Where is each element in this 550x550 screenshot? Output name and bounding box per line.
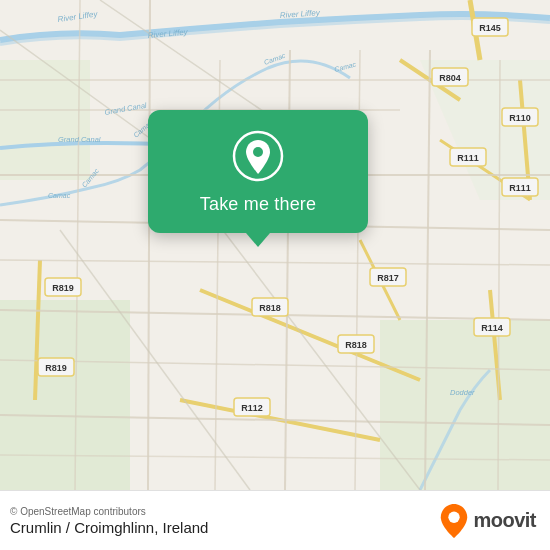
svg-text:R111: R111 bbox=[457, 153, 479, 163]
svg-rect-2 bbox=[380, 320, 550, 490]
svg-text:Grand Canal: Grand Canal bbox=[58, 135, 101, 144]
svg-rect-3 bbox=[0, 60, 90, 180]
bottom-bar: © OpenStreetMap contributors Crumlin / C… bbox=[0, 490, 550, 550]
svg-text:R818: R818 bbox=[345, 340, 367, 350]
svg-text:R817: R817 bbox=[377, 273, 399, 283]
svg-text:R110: R110 bbox=[509, 113, 531, 123]
svg-rect-1 bbox=[0, 300, 130, 490]
svg-text:R819: R819 bbox=[52, 283, 74, 293]
location-title: Crumlin / Croimghlinn, Ireland bbox=[10, 519, 208, 536]
moovit-pin-icon bbox=[440, 504, 468, 538]
location-pin-icon bbox=[232, 130, 284, 182]
svg-text:R114: R114 bbox=[481, 323, 503, 333]
moovit-logo: moovit bbox=[440, 504, 536, 538]
svg-text:R112: R112 bbox=[241, 403, 263, 413]
svg-text:R819: R819 bbox=[45, 363, 67, 373]
svg-point-71 bbox=[449, 511, 460, 522]
svg-point-70 bbox=[253, 147, 263, 157]
svg-text:R145: R145 bbox=[479, 23, 501, 33]
svg-text:Camac: Camac bbox=[48, 192, 71, 199]
svg-text:R111: R111 bbox=[509, 183, 531, 193]
popup-card: Take me there bbox=[148, 110, 368, 233]
take-me-there-button[interactable]: Take me there bbox=[200, 192, 316, 217]
svg-text:R804: R804 bbox=[439, 73, 461, 83]
map-container: R145 R804 R110 R111 R111 R819 R819 R817 … bbox=[0, 0, 550, 490]
svg-text:R818: R818 bbox=[259, 303, 281, 313]
svg-text:Dodder: Dodder bbox=[450, 388, 475, 397]
bottom-left-info: © OpenStreetMap contributors Crumlin / C… bbox=[10, 506, 208, 536]
map-svg: R145 R804 R110 R111 R111 R819 R819 R817 … bbox=[0, 0, 550, 490]
attribution-text: © OpenStreetMap contributors bbox=[10, 506, 208, 517]
moovit-logo-text: moovit bbox=[473, 509, 536, 532]
